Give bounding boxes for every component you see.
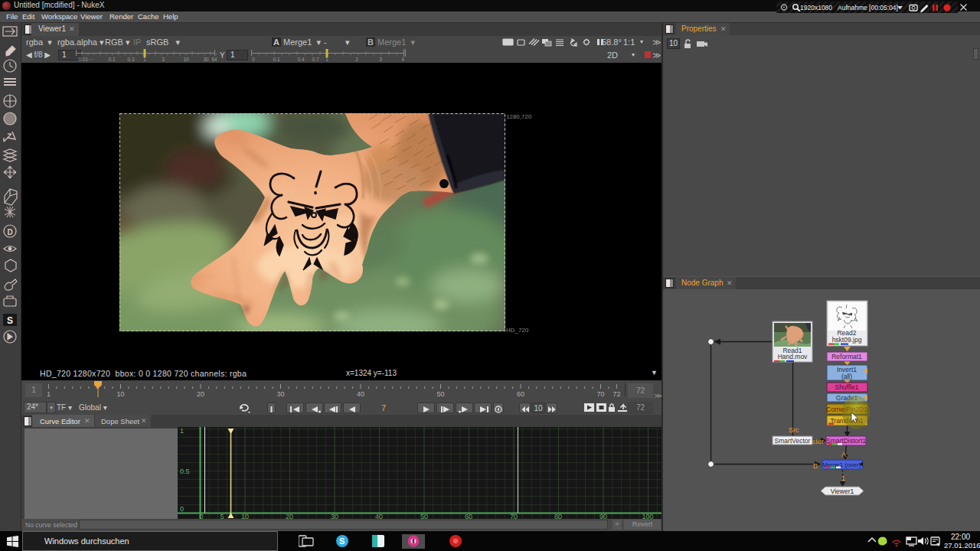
svg-text:10: 10: [241, 513, 249, 519]
svg-text:30: 30: [203, 57, 209, 62]
svg-text:80: 80: [554, 513, 562, 519]
svg-text:0.1: 0.1: [273, 57, 279, 62]
svg-text:0.3: 0.3: [127, 57, 134, 62]
svg-text:A: A: [841, 451, 846, 458]
svg-text:40: 40: [357, 390, 364, 398]
svg-text:1: 1: [180, 427, 184, 435]
svg-text:72: 72: [612, 390, 620, 398]
svg-text:30: 30: [276, 390, 284, 398]
svg-text:Reformat1: Reformat1: [831, 353, 862, 360]
svg-text:Shuffle1: Shuffle1: [835, 383, 858, 391]
svg-text:50: 50: [436, 390, 444, 398]
svg-text:2: 2: [355, 57, 358, 62]
svg-text:0: 0: [252, 57, 255, 62]
svg-text:10: 10: [116, 390, 124, 398]
svg-text:20: 20: [286, 513, 293, 519]
svg-text:ctor: ctor: [812, 438, 824, 445]
svg-text:1: 1: [325, 57, 328, 62]
svg-text:1: 1: [841, 474, 845, 482]
svg-text:(all): (all): [841, 373, 852, 380]
svg-text:3: 3: [162, 57, 165, 62]
svg-text:B: B: [813, 462, 818, 470]
svg-text:10: 10: [183, 57, 189, 62]
svg-text:1: 1: [143, 57, 146, 62]
svg-text:0.01⋯: 0.01⋯: [78, 57, 93, 62]
svg-text:Hand.mov: Hand.mov: [778, 353, 808, 360]
svg-text:64: 64: [211, 57, 217, 62]
svg-text:60: 60: [517, 390, 524, 398]
svg-text:D: D: [8, 228, 13, 236]
svg-text:40: 40: [375, 513, 383, 519]
svg-text:20: 20: [197, 390, 204, 398]
svg-text:4: 4: [401, 57, 404, 62]
svg-text:90: 90: [599, 513, 607, 519]
svg-text:0.5: 0.5: [180, 468, 190, 475]
svg-text:5: 5: [220, 513, 224, 519]
svg-text:1: 1: [47, 390, 51, 398]
svg-text:S: S: [339, 536, 345, 546]
svg-text:0.1: 0.1: [108, 57, 115, 62]
svg-text:0: 0: [199, 513, 203, 519]
svg-text:hskt09.jpg: hskt09.jpg: [832, 336, 862, 344]
svg-text:60: 60: [465, 513, 472, 519]
svg-text:Viewer1: Viewer1: [831, 487, 854, 495]
svg-text:70: 70: [596, 390, 604, 398]
svg-text:3: 3: [379, 57, 382, 62]
svg-text:0.4: 0.4: [297, 57, 304, 62]
svg-text:Src: Src: [789, 426, 799, 434]
svg-text:30: 30: [331, 513, 338, 519]
svg-text:50: 50: [420, 513, 428, 519]
svg-text:100: 100: [642, 513, 653, 519]
svg-text:70: 70: [510, 513, 518, 519]
svg-text:S: S: [7, 315, 13, 326]
svg-text:0.7: 0.7: [312, 57, 318, 62]
svg-text:0: 0: [180, 505, 184, 513]
svg-text:SmartVector: SmartVector: [775, 437, 811, 445]
